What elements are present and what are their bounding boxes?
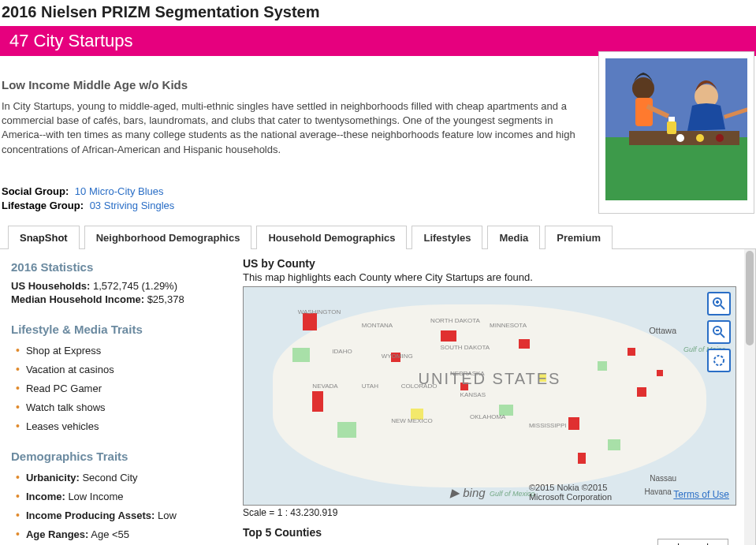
demographics-heading: Demographics Traits xyxy=(11,450,227,463)
list-item: Shop at Express xyxy=(16,344,227,356)
tab-lifestyles[interactable]: Lifestyles xyxy=(412,226,482,249)
tab-bar: SnapShot Neighborhood Demographics House… xyxy=(0,225,756,249)
map-city-label: Nassau xyxy=(650,474,676,483)
list-item: Leases vehicles xyxy=(16,420,227,432)
tab-household-demographics[interactable]: Household Demographics xyxy=(256,226,407,249)
list-item: Income Producing Assets: Low xyxy=(16,509,227,521)
zoom-in-button[interactable] xyxy=(707,292,731,315)
svg-line-18 xyxy=(721,334,724,338)
social-group-label: Social Group: xyxy=(2,185,69,197)
demographics-traits-list: Urbanicity: Second City Income: Low Inco… xyxy=(11,471,227,540)
svg-point-4 xyxy=(696,134,704,142)
households-value: 1,572,745 (1.29%) xyxy=(93,280,177,292)
map-scale: Scale = 1 : 43.230.919 xyxy=(243,507,736,518)
scrollbar-thumb[interactable] xyxy=(746,251,754,345)
svg-rect-1 xyxy=(605,137,747,200)
lifestyle-heading: Lifestyle & Media Traits xyxy=(11,323,227,336)
terms-of-use-link[interactable]: Terms of Use xyxy=(673,489,729,500)
map-title: US by County xyxy=(243,257,736,270)
tab-media[interactable]: Media xyxy=(487,226,540,249)
map-canvas[interactable]: WASHINGTON MONTANA NORTH DAKOTA MINNESOT… xyxy=(243,286,736,506)
list-item: Age Ranges: Age <55 xyxy=(16,528,227,540)
zoom-extent-button[interactable] xyxy=(707,349,731,372)
list-item: Vacation at casinos xyxy=(16,363,227,375)
income-value: $25,378 xyxy=(147,293,184,305)
page-title: 2016 Nielsen PRIZM Segmentation System xyxy=(0,0,756,26)
social-group-link[interactable]: 10 Micro-City Blues xyxy=(75,185,164,197)
scrollbar[interactable] xyxy=(744,249,755,545)
income-label: Median Household Income: xyxy=(11,293,144,305)
segment-illustration xyxy=(598,51,754,214)
map-city-label: Havana xyxy=(644,487,671,496)
lifestage-group-link[interactable]: 03 Striving Singles xyxy=(90,200,175,211)
list-item: Income: Low Income xyxy=(16,490,227,502)
statistics-heading: 2016 Statistics xyxy=(11,260,227,274)
tab-snapshot[interactable]: SnapShot xyxy=(8,226,80,249)
lifestyle-traits-list: Shop at Express Vacation at casinos Read… xyxy=(11,344,227,432)
svg-point-6 xyxy=(632,77,654,99)
top-5-counties-heading: Top 5 Counties xyxy=(243,526,736,539)
svg-line-14 xyxy=(721,305,724,309)
map-water-label: Gulf of Mexico xyxy=(490,490,535,498)
zoom-out-button[interactable] xyxy=(707,320,731,344)
segment-description: In City Startups, young to middle-aged, … xyxy=(2,99,583,157)
bing-logo: ▶ bing xyxy=(450,486,486,500)
list-item: Watch talk shows xyxy=(16,401,227,413)
tab-premium[interactable]: Premium xyxy=(545,226,613,249)
map-subtitle: This map highlights each County where Ci… xyxy=(243,271,736,283)
svg-point-3 xyxy=(676,134,684,142)
legend-toggle[interactable]: Legend xyxy=(657,539,728,545)
sub-header: Low Income Middle Age w/o Kids xyxy=(2,78,583,91)
svg-point-5 xyxy=(716,134,724,142)
svg-rect-11 xyxy=(667,121,676,134)
svg-point-20 xyxy=(714,356,724,365)
list-item: Read PC Gamer xyxy=(16,382,227,394)
list-item: Urbanicity: Second City xyxy=(16,471,227,483)
svg-rect-12 xyxy=(668,117,675,121)
svg-rect-7 xyxy=(635,98,653,126)
map-city-label: Ottawa xyxy=(649,326,676,335)
map-copyright: ©2015 Nokia ©2015 Microsoft Corporation xyxy=(529,483,639,502)
tab-neighborhood-demographics[interactable]: Neighborhood Demographics xyxy=(84,226,252,249)
map-country-label: UNITED STATES xyxy=(419,369,561,387)
lifestage-group-label: Lifestage Group: xyxy=(2,200,84,211)
households-label: US Households: xyxy=(11,280,90,292)
